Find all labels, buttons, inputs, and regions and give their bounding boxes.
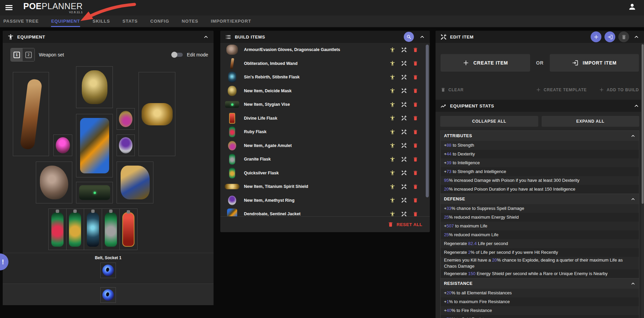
equip-item-button[interactable] [390, 47, 395, 53]
tab-equipment[interactable]: EQUIPMENT [51, 16, 80, 27]
equip-item-button[interactable] [390, 156, 395, 162]
add-to-build-button[interactable]: ADD TO BUILD [599, 87, 639, 92]
delete-item-button[interactable] [413, 170, 418, 176]
slot-helm[interactable] [76, 66, 113, 108]
edit-item-button[interactable] [401, 197, 407, 203]
equip-item-button[interactable] [390, 129, 395, 135]
edit-item-button[interactable] [401, 129, 407, 135]
collapse-chevron-icon[interactable] [419, 34, 425, 40]
reset-all-trash-icon[interactable] [388, 221, 394, 227]
tab-notes[interactable]: NOTES [182, 16, 198, 27]
slot-gloves[interactable] [36, 162, 72, 203]
delete-item-button[interactable] [413, 197, 418, 203]
build-item-row[interactable]: Dendrobate, Sentinel Jacket [220, 207, 430, 216]
stats-section-header-defense[interactable]: DEFENSE [441, 194, 639, 204]
edit-item-button[interactable] [401, 102, 407, 107]
delete-item-button[interactable] [413, 129, 418, 135]
delete-item-button[interactable] [413, 211, 418, 216]
equip-item-button[interactable] [390, 115, 395, 121]
stats-scrollbar[interactable] [641, 43, 644, 318]
tab-config[interactable]: CONFIG [150, 16, 169, 27]
build-item-row[interactable]: Granite Flask [220, 152, 430, 166]
flask-slot-2[interactable] [66, 209, 84, 250]
tab-skills[interactable]: SKILLS [93, 16, 110, 27]
delete-item-button[interactable] [413, 88, 418, 94]
slot-boots[interactable] [117, 162, 153, 203]
flask-slot-4[interactable] [102, 209, 120, 250]
collapse-all-button[interactable]: COLLAPSE ALL [440, 116, 538, 127]
equip-item-button[interactable] [390, 197, 395, 203]
import-item-button[interactable]: IMPORT ITEM [550, 54, 639, 72]
slot-ring-right[interactable] [117, 134, 135, 156]
edit-item-button[interactable] [401, 211, 407, 216]
delete-item-button[interactable] [413, 102, 418, 107]
collapse-chevron-icon[interactable] [203, 34, 209, 40]
stats-section-header-attributes[interactable]: ATTRIBUTES [441, 131, 639, 141]
build-item-row[interactable]: Obliteration, Imbued Wand [220, 57, 430, 71]
equip-item-button[interactable] [390, 60, 395, 66]
delete-item-button[interactable] [413, 184, 418, 190]
slot-ring-left[interactable] [53, 134, 72, 156]
delete-item-button[interactable] [413, 115, 418, 121]
slot-offhand[interactable] [139, 72, 175, 156]
belt-socket-jewel[interactable] [100, 263, 116, 278]
build-item-row[interactable]: New Item, Agate Amulet [220, 139, 430, 153]
build-item-row[interactable]: Ruby Flask [220, 125, 430, 139]
delete-item-button[interactable] [413, 143, 418, 148]
equip-item-button[interactable] [390, 88, 395, 94]
collapse-chevron-icon[interactable] [634, 103, 639, 109]
edit-item-button[interactable] [401, 115, 407, 121]
delete-item-button[interactable] [413, 156, 418, 162]
tab-stats[interactable]: STATS [123, 16, 138, 27]
edit-item-button[interactable] [401, 88, 407, 94]
delete-item-button[interactable] [413, 74, 418, 80]
build-item-row[interactable]: Armour/Evasion Gloves, Dragonscale Gaunt… [220, 43, 430, 57]
create-item-button[interactable]: CREATE ITEM [441, 54, 530, 72]
build-item-row[interactable]: Quicksilver Flask [220, 166, 430, 180]
edit-item-button[interactable] [401, 143, 407, 148]
build-item-row[interactable]: Divine Life Flask [220, 112, 430, 125]
equip-item-button[interactable] [390, 102, 395, 107]
socket-jewel[interactable] [100, 287, 116, 303]
search-button[interactable] [404, 32, 414, 42]
slot-amulet[interactable] [117, 108, 135, 130]
menu-icon[interactable] [5, 5, 13, 10]
weapon-set-2-button[interactable]: 2 [23, 48, 34, 61]
edit-mode-toggle[interactable] [172, 53, 183, 57]
equip-item-button[interactable] [390, 74, 395, 80]
build-item-row[interactable]: New Item, Amethyst Ring [220, 194, 430, 207]
edit-item-button[interactable] [401, 47, 407, 53]
reset-all-button[interactable]: RESET ALL [397, 222, 422, 227]
tab-passive-tree[interactable]: PASSIVE TREE [3, 16, 39, 27]
equip-item-button[interactable] [390, 143, 395, 148]
delete-item-button[interactable] [413, 47, 418, 53]
tab-import-export[interactable]: IMPORT/EXPORT [211, 16, 251, 27]
edit-item-button[interactable] [401, 156, 407, 162]
equip-item-button[interactable] [390, 211, 395, 216]
edit-item-button[interactable] [401, 170, 407, 176]
slot-belt[interactable] [76, 182, 113, 203]
build-item-row[interactable]: New Item, Deicide Mask [220, 84, 430, 98]
flask-slot-5[interactable] [119, 209, 138, 250]
delete-item-button[interactable] [618, 31, 629, 42]
slot-weapon[interactable] [13, 72, 49, 156]
clear-button[interactable]: CLEAR [441, 87, 464, 92]
build-item-row[interactable]: Sin's Rebirth, Stibnite Flask [220, 70, 430, 84]
equip-item-button[interactable] [390, 184, 395, 190]
edit-item-button[interactable] [401, 60, 407, 66]
build-item-row[interactable]: New Item, Titanium Spirit Shield [220, 180, 430, 194]
equip-item-button[interactable] [390, 170, 395, 176]
collapse-chevron-icon[interactable] [634, 34, 639, 40]
new-item-button[interactable] [591, 31, 601, 42]
build-item-row[interactable]: New Item, Stygian Vise [220, 98, 430, 112]
user-icon[interactable] [628, 2, 637, 11]
stats-section-header-resistance[interactable]: RESISTANCE [441, 278, 639, 289]
app-logo[interactable]: POEPLANNER V2.8.11.1 [23, 2, 83, 14]
flask-slot-1[interactable] [48, 209, 67, 250]
slot-chest[interactable] [76, 114, 113, 177]
list-scrollbar[interactable] [426, 45, 429, 197]
edit-item-button[interactable] [401, 184, 407, 190]
create-template-button[interactable]: CREATE TEMPLATE [536, 87, 587, 92]
weapon-set-1-button[interactable]: 1 [11, 48, 23, 61]
flask-slot-3[interactable] [84, 209, 102, 250]
